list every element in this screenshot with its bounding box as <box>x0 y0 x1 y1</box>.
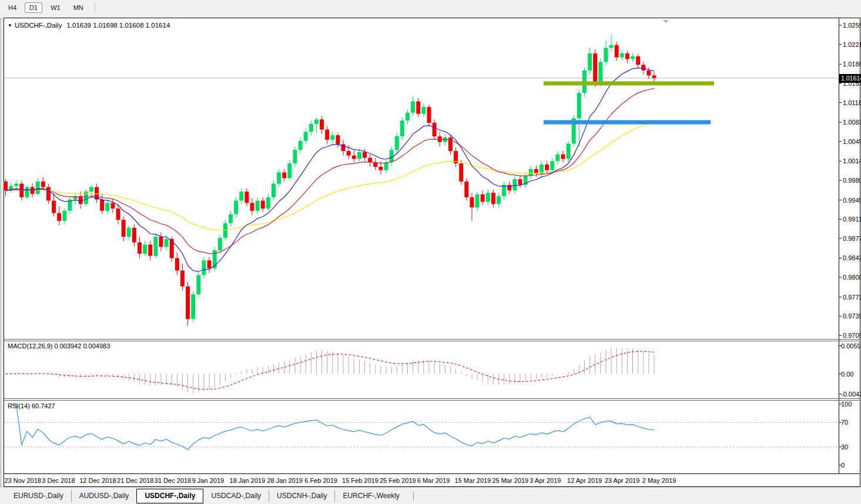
tab-usdchf-daily[interactable]: USDCHF-,Daily <box>136 489 203 503</box>
price-axis-label: 0.98770 <box>843 235 861 242</box>
price-axis-label: 1.00490 <box>843 138 861 145</box>
resistance-ray-green[interactable] <box>544 81 714 85</box>
timeframe-button-d1[interactable]: D1 <box>25 2 42 13</box>
price-axis-label: 0.98420 <box>843 254 861 261</box>
time-axis-label: 25 Feb 2019 <box>380 477 416 484</box>
price-axis-label: 1.02550 <box>843 22 861 29</box>
price-axis-label: 1.01860 <box>843 61 861 68</box>
rsi-axis-label: 100 <box>841 401 852 408</box>
macd-indicator-label: MACD(12,26,9) 0.003942 0.004983 <box>8 342 110 350</box>
time-axis-label: 3 Apr 2019 <box>530 477 561 484</box>
time-axis-label: 15 Mar 2019 <box>455 477 491 484</box>
chart-tab-bar: EURUSD-,DailyAUDUSD-,DailyUSDCHF-,DailyU… <box>0 487 861 504</box>
tab-separator <box>413 492 414 500</box>
time-axis-label: 6 Feb 2019 <box>304 477 337 484</box>
time-axis-label: 6 Mar 2019 <box>417 477 450 484</box>
time-axis-label: 18 Jan 2019 <box>230 477 266 484</box>
price-axis-label: 1.00140 <box>843 157 861 164</box>
time-axis-label: 9 Jan 2019 <box>192 477 224 484</box>
time-axis-label: 28 Jan 2019 <box>267 477 303 484</box>
rsi-axis-label: 0 <box>841 462 845 469</box>
rsi-axis-label: 70 <box>841 419 848 426</box>
time-axis-label: 23 Apr 2019 <box>605 477 639 484</box>
tab-eurusd-daily[interactable]: EURUSD-,Daily <box>6 490 71 502</box>
tab-audusd-daily[interactable]: AUDUSD-,Daily <box>71 490 137 502</box>
support-ray-blue[interactable] <box>544 120 711 125</box>
time-axis-label: 23 Nov 2018 <box>5 477 41 484</box>
rsi-axis-label: 30 <box>841 443 848 451</box>
macd-axis-label: 0.00597 <box>841 342 861 350</box>
macd-axis-label: -0.004243 <box>841 391 861 398</box>
collapse-triangle-icon[interactable]: ▼ <box>8 23 12 28</box>
time-axis-label: 3 Dec 2018 <box>42 477 75 484</box>
price-axis-label: 0.97050 <box>843 332 861 339</box>
time-axis-label: 21 Dec 2018 <box>117 477 153 484</box>
timeframe-button-mn[interactable]: MN <box>69 2 88 13</box>
macd-axis-label: 0.00 <box>841 371 853 378</box>
tab-eurchf-weekly[interactable]: EURCHF-,Weekly <box>334 490 407 502</box>
price-axis-label: 0.97390 <box>843 313 861 320</box>
time-axis-label: 15 Feb 2019 <box>342 477 378 484</box>
timeframe-toolbar: H4D1W1MN <box>0 0 861 17</box>
chart-symbol-label: USDCHF-,Daily <box>15 22 62 29</box>
time-axis-label: 31 Dec 2018 <box>155 477 191 484</box>
chart-window-border <box>4 18 860 487</box>
current-price-badge: 1.01614 <box>839 74 861 83</box>
time-axis-label: 2 May 2019 <box>642 477 676 484</box>
price-axis-label: 1.01180 <box>843 99 861 106</box>
chart-canvas[interactable]: 1.025501.022101.018601.015201.011801.008… <box>0 0 861 504</box>
rsi-indicator-label: RSI(14) 60.7427 <box>8 402 55 409</box>
chart-ohlc-values: 1.01639 1.01698 1.01608 1.01614 <box>66 22 170 29</box>
price-axis-label: 0.99110 <box>843 216 861 223</box>
price-axis-label: 0.99800 <box>843 177 861 184</box>
time-axis-label: 12 Dec 2018 <box>79 477 116 484</box>
price-axis-label: 1.00830 <box>843 119 861 126</box>
tab-usdcnh-daily[interactable]: USDCNH-,Daily <box>269 490 334 502</box>
price-axis-label: 0.97730 <box>843 294 861 301</box>
price-axis-label: 1.02210 <box>843 41 861 48</box>
time-axis-label: 25 Mar 2019 <box>492 477 528 484</box>
price-axis-label: 0.99450 <box>843 197 861 204</box>
timeframe-button-w1[interactable]: W1 <box>46 2 65 13</box>
time-axis-label: 12 Apr 2019 <box>567 477 602 484</box>
timeframe-button-h4[interactable]: H4 <box>4 2 21 13</box>
toolbar-separator <box>95 2 95 13</box>
tab-usdcad-daily[interactable]: USDCAD-,Daily <box>203 490 269 502</box>
price-axis-label: 0.98080 <box>843 274 861 281</box>
chart-title: ▼USDCHF-,Daily1.01639 1.01698 1.01608 1.… <box>8 22 170 29</box>
